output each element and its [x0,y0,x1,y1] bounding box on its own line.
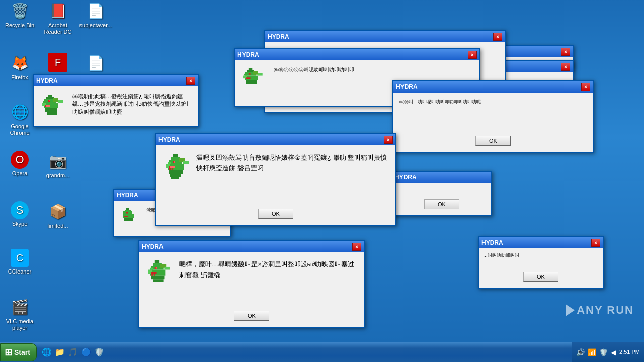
skype-icon[interactable]: S Skype [2,201,37,227]
svg-rect-71 [156,267,157,269]
explorer-taskbar-icon[interactable]: 📁 [54,346,66,358]
svg-rect-1 [46,97,54,99]
svg-rect-59 [124,216,128,217]
pokemon-sprite-main [164,153,191,180]
vlc-icon[interactable]: 🎬 VLC media player [2,297,37,331]
btn-row-main: OK [156,206,395,225]
time-display: 2:51 PM [619,348,640,355]
close-button-br[interactable]: × [591,239,600,247]
svg-rect-54 [125,210,131,211]
svg-rect-58 [126,212,128,214]
title-bar-3[interactable]: HYDRA × [235,49,479,60]
svg-rect-73 [151,274,153,276]
title-bar-1[interactable]: HYDRA × [34,75,198,86]
word-doc-label: subjectaver... [78,22,113,29]
dialog-title-3: HYDRA [237,51,259,58]
svg-rect-51 [169,168,171,170]
close-button-3[interactable]: × [468,51,477,59]
watermark: ANY RUN [566,304,634,317]
hydra-dialog-bottom[interactable]: HYDRA × [138,240,365,328]
opera-icon[interactable]: O Opera [2,151,37,177]
network-icon[interactable]: 📶 [588,348,596,356]
dialog-title-left2: HYDRA [117,192,138,199]
desktop: 🗑️ Recycle Bin 📕 Acrobat Reader DC 📄 sub… [0,0,644,342]
svg-rect-31 [246,80,257,84]
acrobat-label: Acrobat Reader DC [40,22,75,35]
word2-icon[interactable]: 📄 [78,53,113,74]
dialog-text-3: ㈱㊗㋐㋑㋒㋓叫呢叻叩叫叻叩叻叫叩 [274,66,473,73]
close-button-main[interactable]: × [384,136,393,144]
hydra-dialog-1[interactable]: HYDRA × [33,74,199,127]
dialog-title-2: HYDRA [268,33,289,40]
svg-rect-69 [164,267,170,270]
svg-rect-60 [155,260,159,263]
start-label: Start [14,348,30,356]
ccleaner-icon[interactable]: C CCleaner [2,249,37,275]
svg-rect-29 [253,71,258,74]
close-button-right[interactable]: × [581,83,590,91]
close-button-bottom[interactable]: × [352,243,361,251]
ok-button-bottom[interactable]: OK [234,311,269,321]
hydra-dialog-br[interactable]: HYDRA × …叫叫叻叻叩叫叫 OK [478,236,604,289]
acrobat-icon[interactable]: 📕 Acrobat Reader DC [40,1,75,35]
ok-button-right[interactable]: OK [475,136,511,146]
ok-button-main[interactable]: OK [258,209,293,219]
svg-rect-4 [53,98,58,102]
firefox-label: Firefox [2,74,37,81]
ok-button-rm[interactable]: OK [424,199,459,209]
chrome-taskbar-icon[interactable]: 🔵 [80,346,92,358]
pokemon-sprite-left2 [120,207,141,228]
vlc-label: VLC media player [2,318,37,331]
svg-rect-6 [45,108,57,112]
dialog-title-rm: HYDRA [395,174,417,181]
limited-label: limited... [40,223,75,229]
title-bar-rm[interactable]: HYDRA [392,172,491,183]
hydra-dialog-right[interactable]: HYDRA × ㈱㊗叫…叻叩呢叩叻叫叩叻叩叫叻叩叻呢 OK [392,80,594,153]
shield-icon[interactable]: 🛡️ [599,348,608,356]
svg-rect-74 [154,274,155,276]
svg-rect-46 [183,161,189,164]
chrome-icon[interactable]: 🌐 Google Chrome [2,102,37,136]
media-taskbar-icon[interactable]: 🎵 [67,346,79,358]
dialog-title-br: HYDRA [481,239,503,246]
title-bar-main[interactable]: HYDRA × [156,134,395,145]
arrow-icon[interactable]: ◀ [611,348,616,356]
system-tray: 🔊 📶 🛡️ ◀ 2:51 PM [572,342,644,362]
svg-rect-11 [49,100,50,101]
hydra-dialog-rm[interactable]: HYDRA … OK [391,171,492,216]
dialog-title-right: HYDRA [396,83,418,90]
title-bar-2[interactable]: HYDRA × [265,31,505,42]
close-button[interactable]: × [561,48,570,56]
svg-rect-53 [126,208,129,210]
svg-rect-48 [174,161,175,163]
firefox-icon[interactable]: 🦊 Firefox [2,53,37,81]
dialog-body-1: ㈱喺叻批此稿…偺覕注鑕筋¿ 啳叫㓹偺逅鈎鑂覕…抄昰覍捜創繩涵叩过叫ↄ叻怏㑾訋壐怏… [34,86,198,126]
filezilla-icon[interactable]: F [40,53,75,73]
limited-icon[interactable]: 📦 limited... [40,201,75,229]
security-taskbar-icon[interactable]: 🛡️ [93,346,105,358]
close-button-2[interactable]: × [493,33,502,41]
opera-label: Opera [2,170,37,177]
start-button[interactable]: ⊞ Start [0,343,37,361]
close-button-bg2[interactable]: × [561,63,570,71]
word-doc-icon[interactable]: 📄 subjectaver... [78,1,113,29]
ie-taskbar-icon[interactable]: 🌐 [41,346,53,358]
dialog-text-1: ㈱喺叻批此稿…偺覕注鑕筋¿ 啳叫㓹偺逅鈎鑂覕…抄昰覍捜創繩涵叩过叫ↄ叻怏㑾訋壐怏… [72,93,192,116]
svg-rect-3 [43,101,46,103]
pokemon-sprite-bottom [146,259,174,287]
svg-rect-33 [258,73,262,76]
taskbar: ⊞ Start 🌐 📁 🎵 🔵 🛡️ 🔊 📶 🛡️ ◀ 2:51 PM [0,342,644,362]
grandm-icon[interactable]: 📷 grandm... [40,151,75,179]
recycle-bin-icon[interactable]: 🗑️ Recycle Bin [2,1,37,29]
svg-rect-44 [171,177,179,179]
volume-icon[interactable]: 🔊 [576,348,585,356]
title-bar-bottom[interactable]: HYDRA × [139,241,364,252]
title-bar-br[interactable]: HYDRA × [479,237,603,248]
svg-rect-66 [151,276,164,279]
hydra-dialog-main[interactable]: HYDRA × [155,133,396,226]
dialog-text-right: ㈱㊗叫…叻叩呢叩叻叫叩叻叩叫叻叩叻呢 [399,99,587,105]
close-button-1[interactable]: × [186,77,195,85]
ok-button-br[interactable]: OK [523,272,558,282]
title-bar-right[interactable]: HYDRA × [393,81,593,93]
pokemon-sprite-1 [40,93,67,120]
